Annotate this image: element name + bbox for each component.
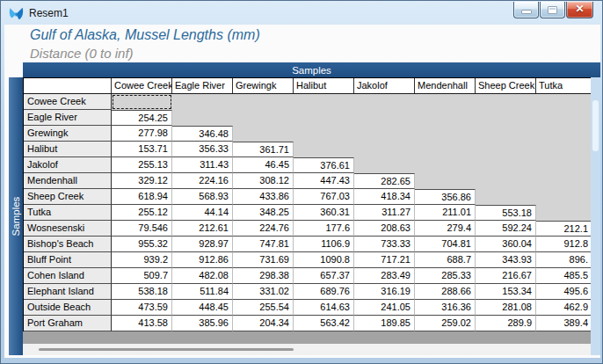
matrix-value-cell[interactable]: 385.96 (172, 316, 233, 331)
column-header[interactable]: Halibut (294, 78, 354, 93)
vertical-scrollbar-thumb[interactable] (592, 100, 599, 151)
column-header[interactable]: Tutka (536, 78, 591, 93)
matrix-value-cell[interactable]: 928.97 (172, 237, 233, 252)
maximize-restore-button[interactable] (540, 2, 565, 18)
matrix-value-cell[interactable]: 731.69 (233, 252, 294, 268)
matrix-value-cell[interactable]: 360.04 (476, 237, 536, 252)
matrix-value-cell[interactable]: 189.85 (354, 316, 415, 331)
row-header[interactable]: Bluff Point (24, 252, 112, 268)
matrix-empty-cell[interactable] (476, 126, 536, 142)
matrix-empty-cell[interactable] (415, 126, 476, 142)
matrix-empty-cell[interactable] (415, 173, 476, 189)
matrix-value-cell[interactable]: 485.5 (536, 268, 591, 284)
matrix-value-cell[interactable]: 717.21 (354, 252, 415, 268)
matrix-value-cell[interactable]: 509.7 (112, 268, 172, 284)
matrix-value-cell[interactable]: 767.03 (294, 189, 354, 205)
matrix-value-cell[interactable]: 462.9 (536, 300, 591, 316)
horizontal-scrollbar[interactable] (23, 344, 591, 355)
matrix-value-cell[interactable]: 279.4 (415, 221, 476, 237)
matrix-value-cell[interactable]: 277.98 (112, 126, 172, 142)
matrix-value-cell[interactable]: 473.59 (112, 300, 172, 316)
matrix-empty-cell[interactable] (172, 110, 233, 126)
row-header[interactable]: Elephant Island (24, 284, 112, 300)
row-header[interactable]: Port Graham (24, 316, 112, 331)
matrix-value-cell[interactable]: 511.84 (172, 284, 233, 300)
matrix-value-cell[interactable]: 212.1 (536, 221, 591, 237)
matrix-empty-cell[interactable] (354, 110, 415, 126)
matrix-value-cell[interactable]: 282.65 (354, 173, 415, 189)
matrix-empty-cell[interactable] (536, 157, 591, 173)
matrix-value-cell[interactable]: 568.93 (172, 189, 233, 205)
corner-cell[interactable] (24, 78, 112, 93)
matrix-value-cell[interactable]: 482.08 (172, 268, 233, 284)
matrix-empty-cell[interactable] (476, 173, 536, 189)
matrix-value-cell[interactable]: 255.12 (112, 205, 172, 221)
matrix-value-cell[interactable]: 614.63 (294, 300, 354, 316)
column-header[interactable]: Jakolof (354, 78, 415, 93)
row-header[interactable]: Cohen Island (24, 268, 112, 284)
matrix-value-cell[interactable]: 896. (536, 252, 591, 268)
matrix-empty-cell[interactable] (233, 126, 294, 142)
matrix-value-cell[interactable]: 413.58 (112, 316, 172, 331)
matrix-value-cell[interactable]: 356.86 (415, 189, 476, 205)
focused-cell[interactable] (112, 94, 172, 110)
matrix-empty-cell[interactable] (415, 110, 476, 126)
matrix-empty-cell[interactable] (536, 142, 591, 157)
matrix-empty-cell[interactable] (536, 110, 591, 126)
matrix-value-cell[interactable]: 255.54 (233, 300, 294, 316)
matrix-empty-cell[interactable] (536, 126, 591, 142)
close-button[interactable]: ✕ (566, 2, 593, 18)
matrix-value-cell[interactable]: 448.45 (172, 300, 233, 316)
title-bar[interactable]: Resem1 ✕ (2, 2, 601, 25)
matrix-value-cell[interactable]: 343.93 (476, 252, 536, 268)
matrix-value-cell[interactable]: 747.81 (233, 237, 294, 252)
matrix-value-cell[interactable]: 618.94 (112, 189, 172, 205)
matrix-value-cell[interactable]: 912.86 (172, 252, 233, 268)
matrix-value-cell[interactable]: 592.24 (476, 221, 536, 237)
matrix-value-cell[interactable]: 331.02 (233, 284, 294, 300)
matrix-empty-cell[interactable] (294, 126, 354, 142)
matrix-value-cell[interactable]: 254.25 (112, 110, 172, 126)
matrix-empty-cell[interactable] (172, 94, 233, 110)
row-header[interactable]: Tutka (24, 205, 112, 221)
matrix-value-cell[interactable]: 308.12 (233, 173, 294, 189)
matrix-value-cell[interactable]: 212.61 (172, 221, 233, 237)
matrix-value-cell[interactable]: 329.12 (112, 173, 172, 189)
matrix-empty-cell[interactable] (415, 142, 476, 157)
matrix-value-cell[interactable]: 177.6 (294, 221, 354, 237)
matrix-value-cell[interactable]: 153.34 (476, 284, 536, 300)
row-header[interactable]: Cowee Creek (24, 94, 112, 110)
matrix-value-cell[interactable]: 1106.9 (294, 237, 354, 252)
matrix-value-cell[interactable]: 538.18 (112, 284, 172, 300)
matrix-value-cell[interactable]: 955.32 (112, 237, 172, 252)
matrix-value-cell[interactable]: 311.27 (354, 205, 415, 221)
matrix-value-cell[interactable]: 211.01 (415, 205, 476, 221)
matrix-value-cell[interactable]: 259.02 (415, 316, 476, 331)
matrix-empty-cell[interactable] (476, 189, 536, 205)
row-header[interactable]: Eagle River (24, 110, 112, 126)
matrix-value-cell[interactable]: 288.66 (415, 284, 476, 300)
matrix-value-cell[interactable]: 704.81 (415, 237, 476, 252)
matrix-value-cell[interactable]: 255.13 (112, 157, 172, 173)
matrix-value-cell[interactable]: 208.63 (354, 221, 415, 237)
matrix-empty-cell[interactable] (476, 142, 536, 157)
column-header[interactable]: Grewingk (233, 78, 294, 93)
matrix-value-cell[interactable]: 285.33 (415, 268, 476, 284)
matrix-value-cell[interactable]: 389.4 (536, 316, 591, 331)
matrix-value-cell[interactable]: 418.34 (354, 189, 415, 205)
matrix-empty-cell[interactable] (233, 94, 294, 110)
row-header[interactable]: Outside Beach (24, 300, 112, 316)
matrix-value-cell[interactable]: 348.25 (233, 205, 294, 221)
matrix-value-cell[interactable]: 688.7 (415, 252, 476, 268)
matrix-value-cell[interactable]: 447.43 (294, 173, 354, 189)
matrix-empty-cell[interactable] (354, 94, 415, 110)
matrix-value-cell[interactable]: 939.2 (112, 252, 172, 268)
row-header[interactable]: Bishop's Beach (24, 237, 112, 252)
matrix-value-cell[interactable]: 657.37 (294, 268, 354, 284)
matrix-empty-cell[interactable] (354, 126, 415, 142)
matrix-value-cell[interactable]: 376.61 (294, 157, 354, 173)
row-header[interactable]: Mendenhall (24, 173, 112, 189)
matrix-value-cell[interactable]: 316.36 (415, 300, 476, 316)
matrix-value-cell[interactable]: 283.49 (354, 268, 415, 284)
matrix-value-cell[interactable]: 46.45 (233, 157, 294, 173)
